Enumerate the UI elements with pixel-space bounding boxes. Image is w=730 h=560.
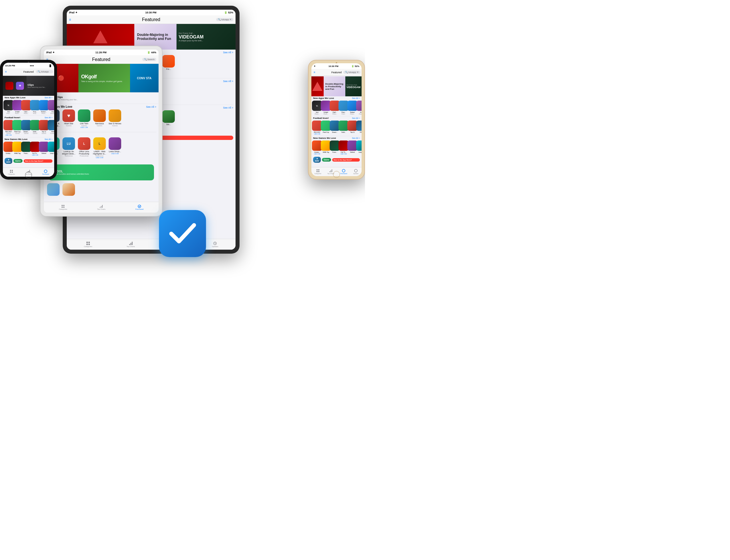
sm-clip[interactable]: Clip2...Photo... <box>22 100 30 114</box>
ir-main-banner[interactable]: Double-Majoring in Productivity and Fun <box>324 76 345 96</box>
ir-purp[interactable]: Purp...Prod... <box>339 101 347 115</box>
ir-kafka-banner[interactable]: the Franz Kaf... VIDEOGAM <box>345 76 361 96</box>
clips-bar[interactable]: ✦ Clips Now featuring your fav... <box>44 92 158 104</box>
ir-solid[interactable]: Solid... <box>339 121 347 135</box>
app-heart[interactable]: ♥ Heart Star Games <box>62 109 76 130</box>
iphone-left-list-icon[interactable]: ≡ <box>5 70 7 73</box>
offer-banner[interactable]: O'POOL Special bundles and bonus unlimit… <box>48 164 154 180</box>
sm-enlight[interactable]: EnlightPhoto... <box>13 100 21 114</box>
clear-icon-right[interactable]: ✕ <box>357 71 359 74</box>
ir-top11[interactable]: Top 11 <box>348 121 356 135</box>
ipad-small-search-box[interactable]: 🔍 Search <box>142 58 156 61</box>
new-games-see-all[interactable]: See All > <box>223 106 233 109</box>
iphone-left-banner1[interactable]: ✦ <box>3 76 27 96</box>
ipad-small-tab-purchased[interactable]: Purchased <box>135 205 144 210</box>
ng-full-sm[interactable]: Full Th...USD 4.99 <box>31 142 39 156</box>
ir-vedit[interactable]: V.VectPhoto... <box>313 101 321 115</box>
iphone-right-home-btn[interactable] <box>333 171 340 178</box>
app-narcissus[interactable]: Narcissus Games <box>92 109 107 130</box>
g-solid[interactable]: Solid...Games <box>31 120 39 136</box>
ir-add-btn[interactable]: ★ ADD <box>313 157 321 163</box>
ipad-small-see-all1[interactable]: See All > <box>146 105 156 108</box>
tab-updates[interactable]: Updates <box>212 241 218 247</box>
iphone-right-list-icon[interactable]: ≡ <box>314 71 315 74</box>
tutuapp-icon[interactable] <box>159 210 206 257</box>
ipad-small-tab-categories[interactable]: Categories <box>59 205 67 210</box>
g-fifa[interactable]: FIFAFootball <box>49 120 54 136</box>
iphone-right-search[interactable]: 🔍 tutuapp ✕ <box>343 71 360 74</box>
g-dream[interactable]: Dream...Games <box>22 120 30 136</box>
sm-redacted[interactable]: Redact...Photo... <box>40 100 48 114</box>
ir-dream[interactable]: Dream... <box>331 121 339 135</box>
ir-red-banner[interactable] <box>311 76 324 96</box>
iphone-left-tab-cat[interactable]: Categories <box>8 170 15 175</box>
ng-unstop-sm[interactable]: Unstop... <box>5 142 13 156</box>
ng-kafka-sm[interactable]: Franz... <box>22 142 30 156</box>
app-link-twin[interactable]: Link Twin Games USD 1.99 <box>77 109 91 130</box>
iphone-left-add-btn[interactable]: ★ ADD <box>5 158 12 164</box>
iphone-left-signal: ●●● <box>30 64 34 67</box>
iphone-left-search[interactable]: 🔍 tutuapp <box>36 70 53 73</box>
ir-wwe[interactable]: WWE Tag <box>322 140 330 155</box>
ir-new-games-see-all[interactable]: See All > <box>352 137 360 139</box>
g-pixel[interactable]: Pixel CupGames <box>13 120 21 136</box>
tab-top-charts[interactable]: Top Charts <box>127 241 135 247</box>
sm-arty[interactable]: ArtyPhoto... <box>49 100 54 114</box>
sm-purp[interactable]: Purp...Prod... <box>31 100 39 114</box>
ng-sid[interactable]: Sid... <box>161 110 176 131</box>
promo-sheep[interactable] <box>46 183 60 196</box>
football-see-all[interactable]: See All > <box>223 80 233 83</box>
iphone-left-banner2[interactable]: Clips Now featuring your fav... <box>27 76 54 96</box>
g-pes[interactable]: PES 2017GamesUSD 2.99 <box>5 120 13 136</box>
ipad-large-search-box[interactable]: 🔍 tutuapp ✕ <box>216 18 233 21</box>
new-apps-see-all[interactable]: See All > <box>223 51 233 54</box>
ir-kafka-game[interactable]: Franz... <box>331 140 339 155</box>
ir-tab-updates[interactable]: Updates <box>353 169 359 174</box>
ir-pes[interactable]: PES 2017USD 2.99 <box>313 121 321 135</box>
ir-see-all[interactable]: See All > <box>352 97 360 99</box>
ng-defend-sm[interactable]: Defend <box>40 142 48 156</box>
ir-arty[interactable]: ArtyPhoto... <box>357 101 361 115</box>
clear-icon[interactable]: ✕ <box>229 18 231 21</box>
iphone-left-new-store-btn[interactable]: New to the App Store? <box>24 159 52 163</box>
ir-fifa[interactable]: FIFA <box>357 121 361 135</box>
sm-vedit[interactable]: V.VectProd... <box>5 100 13 114</box>
ng-leap-sm[interactable]: Leap On <box>49 142 54 156</box>
kafka-title: VIDEOGAM <box>179 34 233 40</box>
ir-new-store-btn[interactable]: New to the App Store? <box>332 158 360 162</box>
iphone-left-new-games-see-all[interactable]: See All > <box>44 138 52 140</box>
iphone-left-home-btn[interactable] <box>25 172 32 178</box>
iphone-left-game-btn[interactable]: Game <box>13 159 22 163</box>
conv-banner[interactable]: CONV STA <box>130 64 159 92</box>
ipad-large-list-icon[interactable]: ≡ <box>69 18 71 22</box>
tab-categories[interactable]: Categories <box>84 241 92 247</box>
promo-dog[interactable] <box>62 183 76 196</box>
ir-unstop[interactable]: Unstop...USD 2.99 <box>313 140 321 155</box>
iphone-left-football-see-all[interactable]: See All > <box>44 117 52 119</box>
app-lookup[interactable]: LU LookUp: An elegant dictio... Referenc… <box>62 137 76 160</box>
iphone-left-see-all[interactable]: See All > <box>44 97 52 99</box>
ir-football-header: Football fever! See All > <box>311 116 361 120</box>
ir-tab-cat[interactable]: Categories <box>314 169 321 174</box>
ir-pixel[interactable]: Pixel Cup <box>322 121 330 135</box>
ir-defend[interactable]: Defend <box>348 140 356 155</box>
ng-wwe-sm[interactable]: WWE Tag <box>13 142 21 156</box>
app-star[interactable]: Star G Heroes Games <box>108 109 122 130</box>
ir-clip[interactable]: Clip2...Photo... <box>331 101 339 115</box>
ir-tab-purchased[interactable]: Purchased <box>340 169 347 174</box>
app-linea[interactable]: Linea Simpl... USD 0.99 <box>108 137 122 160</box>
g-top11[interactable]: Top 11Games <box>40 120 48 136</box>
ir-redacted[interactable]: RedactPhoto... <box>348 101 356 115</box>
ir-enlight[interactable]: EnlightPhoto... <box>322 101 330 115</box>
ir-game-btn[interactable]: Game <box>322 158 331 162</box>
kafka-banner[interactable]: the Franz Kaf... VIDEOGAM A unique puzz … <box>176 24 235 50</box>
ir-full[interactable]: Full Th...USD 4.99 <box>339 140 347 155</box>
ir-leap[interactable]: Leap On <box>357 140 361 155</box>
okgolf-banner[interactable]: OKgolf Take a swing at this simple, intu… <box>78 64 130 92</box>
app-fre[interactable]: Fre... <box>161 55 176 76</box>
ir-football-see-all[interactable]: See All > <box>352 117 360 119</box>
app-liner[interactable]: L LINER - Web Highlighter &... Reference… <box>92 137 107 160</box>
app-office[interactable]: L Office Lens Productivity Productivity <box>77 137 91 160</box>
ipad-small-tab-top-charts[interactable]: Top Charts <box>97 205 105 210</box>
iphone-left-tab-purchased[interactable]: Purchased <box>42 170 49 175</box>
